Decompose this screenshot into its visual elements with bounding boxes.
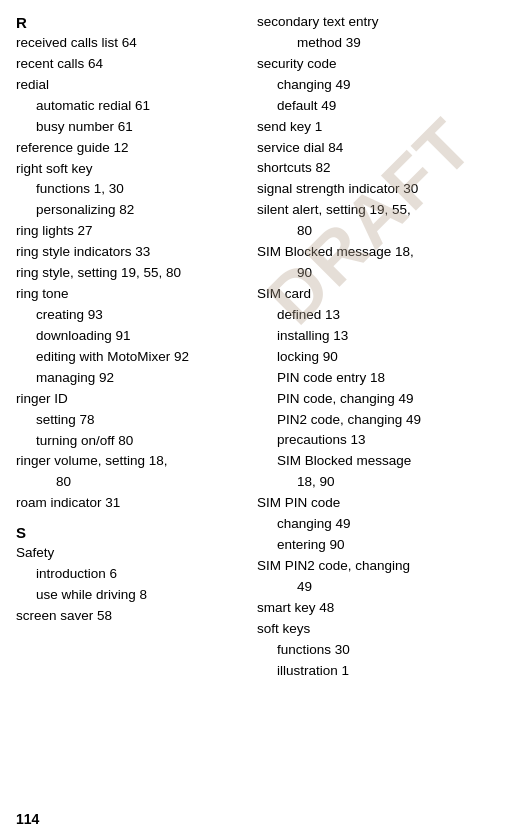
entry-sim-locking: locking 90: [257, 347, 511, 368]
entry-default-49: default 49: [257, 96, 511, 117]
entry-sim-pin-entering: entering 90: [257, 535, 511, 556]
entry-functions: functions 1, 30: [16, 179, 241, 200]
entry-setting: setting 78: [16, 410, 241, 431]
entry-right-soft-key: right soft key: [16, 159, 241, 180]
entry-use-while-driving: use while driving 8: [16, 585, 241, 606]
entry-reference-guide: reference guide 12: [16, 138, 241, 159]
entry-precautions: precautions 13: [257, 430, 511, 451]
entry-busy-number: busy number 61: [16, 117, 241, 138]
entry-sim-pin-code: SIM PIN code: [257, 493, 511, 514]
entry-sim-pin-changing: changing 49: [257, 514, 511, 535]
entry-signal-strength: signal strength indicator 30: [257, 179, 511, 200]
section-header-s: S: [16, 524, 241, 541]
entry-sim-blocked-sub-cont: 18, 90: [257, 472, 511, 493]
entry-screen-saver: screen saver 58: [16, 606, 241, 627]
entry-roam-indicator: roam indicator 31: [16, 493, 241, 514]
entry-ring-style-indicators: ring style indicators 33: [16, 242, 241, 263]
entry-editing: editing with MotoMixer 92: [16, 347, 241, 368]
entry-received-calls: received calls list 64: [16, 33, 241, 54]
entry-auto-redial: automatic redial 61: [16, 96, 241, 117]
entry-sim-defined: defined 13: [257, 305, 511, 326]
entry-changing-49: changing 49: [257, 75, 511, 96]
entry-service-dial: service dial 84: [257, 138, 511, 159]
entry-soft-keys-functions: functions 30: [257, 640, 511, 661]
section-header-r: R: [16, 14, 241, 31]
entry-sim-blocked-msg: SIM Blocked message 18,: [257, 242, 511, 263]
entry-recent-calls: recent calls 64: [16, 54, 241, 75]
entry-ring-tone: ring tone: [16, 284, 241, 305]
entry-sim-pin2-cont: 49: [257, 577, 511, 598]
entry-downloading: downloading 91: [16, 326, 241, 347]
entry-sim-blocked-msg-cont: 90: [257, 263, 511, 284]
entry-pin-code-changing: PIN code, changing 49: [257, 389, 511, 410]
entry-secondary-text-entry: secondary text entry: [257, 12, 511, 33]
right-column: secondary text entry method 39 security …: [249, 12, 511, 682]
left-column: R received calls list 64 recent calls 64…: [16, 12, 249, 682]
entry-safety: Safety: [16, 543, 241, 564]
entry-smart-key: smart key 48: [257, 598, 511, 619]
entry-security-code: security code: [257, 54, 511, 75]
entry-sim-pin2-code: SIM PIN2 code, changing: [257, 556, 511, 577]
entry-managing: managing 92: [16, 368, 241, 389]
entry-ring-style-setting: ring style, setting 19, 55, 80: [16, 263, 241, 284]
entry-sim-blocked-sub: SIM Blocked message: [257, 451, 511, 472]
entry-sim-card: SIM card: [257, 284, 511, 305]
entry-ringer-id: ringer ID: [16, 389, 241, 410]
entry-silent-alert-cont: 80: [257, 221, 511, 242]
entry-personalizing: personalizing 82: [16, 200, 241, 221]
entry-method: method 39: [257, 33, 511, 54]
entry-pin2-code-changing: PIN2 code, changing 49: [257, 410, 511, 431]
page-number: 114: [16, 811, 39, 827]
page-container: DRAFT R received calls list 64 recent ca…: [0, 0, 527, 837]
entry-redial: redial: [16, 75, 241, 96]
entry-ringer-volume: ringer volume, setting 18,: [16, 451, 241, 472]
index-columns: R received calls list 64 recent calls 64…: [16, 12, 511, 682]
entry-silent-alert: silent alert, setting 19, 55,: [257, 200, 511, 221]
entry-creating: creating 93: [16, 305, 241, 326]
entry-send-key: send key 1: [257, 117, 511, 138]
entry-turning: turning on/off 80: [16, 431, 241, 452]
entry-soft-keys-illustration: illustration 1: [257, 661, 511, 682]
entry-introduction: introduction 6: [16, 564, 241, 585]
entry-ring-lights: ring lights 27: [16, 221, 241, 242]
entry-pin-code-entry: PIN code entry 18: [257, 368, 511, 389]
entry-soft-keys: soft keys: [257, 619, 511, 640]
entry-sim-installing: installing 13: [257, 326, 511, 347]
entry-ringer-volume-cont: 80: [16, 472, 241, 493]
entry-shortcuts: shortcuts 82: [257, 158, 511, 179]
